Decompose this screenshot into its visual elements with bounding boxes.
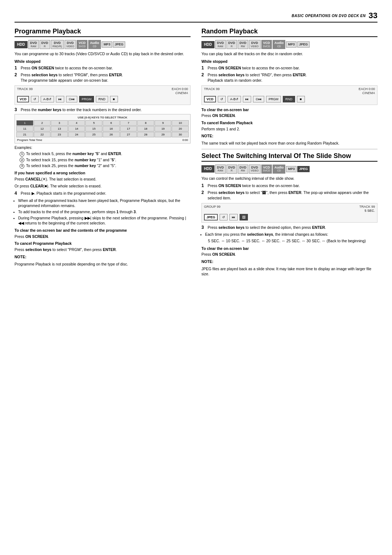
ss-repeat-btn[interactable]: ↺: [220, 214, 228, 220]
fmt-vcd-svcd: VCDSVCD: [77, 40, 87, 49]
track-cell-13[interactable]: 13: [51, 126, 68, 131]
track-cell-1[interactable]: 1: [16, 120, 33, 126]
track-cell-3[interactable]: 3: [51, 120, 68, 126]
clear-header: To clear the on-screen bar and the conte…: [15, 228, 191, 233]
rnd-fmt-dvd-ram: DVDRAM: [215, 40, 226, 49]
track-cell-22[interactable]: 22: [34, 132, 51, 137]
track-cell-15[interactable]: 15: [85, 126, 102, 131]
step-4: 4 Press ▶. Playback starts in the progra…: [15, 191, 191, 197]
step-1-num: 1: [15, 65, 20, 71]
random-intro: You can play back all the tracks on the …: [201, 51, 377, 57]
track-cell-17[interactable]: 17: [120, 126, 137, 131]
slideshow-bullets: Each time you press the selection keys, …: [205, 232, 377, 237]
track-cell-30[interactable]: 30: [172, 132, 189, 137]
enter-btn[interactable]: ⊙⏭: [66, 96, 77, 102]
divider: [201, 149, 377, 149]
slideshow-step-2: 2 Press selection keys to select "🖼", th…: [201, 190, 377, 200]
ss-step-3-text: Press selection keys to select the desir…: [208, 225, 377, 230]
track-cell-11[interactable]: 11: [16, 126, 33, 131]
onscreen-bar-random: TRACK 99 EACH 0:00 CINEMA VCD ↺ A-B↺ ⏭ ⊙…: [201, 85, 377, 105]
fmt-dvd-video: DVDVIDEO: [65, 40, 76, 49]
example-1: 1 To select track 5, press the number ke…: [20, 151, 191, 157]
random-step-1: 1 Press ON SCREEN twice to access the on…: [201, 65, 377, 71]
track-cell-24[interactable]: 24: [68, 132, 85, 137]
ss-interval-btn[interactable]: 🖼: [240, 214, 248, 220]
random-skip-btn[interactable]: ⏭: [243, 96, 251, 102]
jpeg-badge: JPEG: [204, 214, 218, 220]
rnd-fmt-vcd: VCDSVCD: [261, 40, 272, 49]
slideshow-step-3: 3 Press selection keys to select the des…: [201, 225, 377, 231]
track-cell-8[interactable]: 8: [137, 120, 154, 126]
track-cell-2[interactable]: 2: [34, 120, 51, 126]
repeat-btn[interactable]: ↺: [31, 96, 39, 102]
track-cell-28[interactable]: 28: [137, 132, 154, 137]
track-cell-7[interactable]: 7: [120, 120, 137, 126]
interval-group-label: GROUP 99: [204, 205, 220, 208]
prgm-btn[interactable]: PRGM: [79, 96, 94, 102]
cinema-label: CINEMA: [15, 91, 190, 95]
random-note-text: The same track will not be played back m…: [201, 141, 377, 146]
interval-sec-label: 5 SEC.: [202, 209, 377, 212]
track-cell-19[interactable]: 19: [155, 126, 172, 131]
random-stop-btn[interactable]: ■: [297, 96, 305, 102]
track-cell-10[interactable]: 10: [172, 120, 189, 126]
track-cell-21[interactable]: 21: [16, 132, 33, 137]
interval-bar-top: GROUP 99 TRACK 99: [202, 204, 377, 209]
wrong-2: Or press CLEAR(■). The whole selection i…: [15, 183, 191, 189]
fmt-dvd-r: DVDR: [40, 40, 50, 49]
track-cell-20[interactable]: 20: [172, 126, 189, 131]
two-column-layout: Programme Playback HDD DVDRAM DVDR DVDRW…: [15, 28, 377, 279]
track-cell-27[interactable]: 27: [120, 132, 137, 137]
interval-bar: GROUP 99 TRACK 99 5 SEC. JPEG ↺ ⏭ 🖼: [201, 203, 377, 223]
note-label-programme: NOTE:: [15, 254, 191, 260]
rnd-btn[interactable]: RND: [96, 96, 108, 102]
random-ab-btn[interactable]: A-B↺: [228, 96, 241, 102]
programme-bullets: When all of the programmed tracks have b…: [18, 198, 191, 226]
ss-fmt-mp3: MP3: [286, 166, 297, 172]
random-enter-btn[interactable]: ⊙⏭: [253, 96, 264, 102]
step-3: 3 Press the number keys to enter the tra…: [15, 107, 191, 113]
random-clear-header: To clear the on-screen bar: [201, 107, 377, 113]
cancel-programme-header: To cancel Programme Playback: [15, 241, 191, 246]
programme-intro: You can programme up to 30 tracks (Video…: [15, 51, 191, 57]
ss-step-2-num: 2: [201, 190, 207, 196]
skip-btn[interactable]: ⏭: [56, 96, 64, 102]
track-cell-26[interactable]: 26: [103, 132, 120, 137]
random-cancel-header: To cancel Random Playback: [201, 120, 377, 126]
track-cell-14[interactable]: 14: [68, 126, 85, 131]
track-cell-12[interactable]: 12: [34, 126, 51, 131]
step-4-num: 4: [15, 191, 20, 197]
track-cell-6[interactable]: 6: [103, 120, 120, 126]
example-1-num: 1: [20, 152, 24, 157]
track-grid: 1 2 3 4 5 6 7 8 9 10 11 12 13 14 15 16 1…: [16, 120, 189, 137]
track-cell-18[interactable]: 18: [137, 126, 154, 131]
example-3-num: 3: [20, 164, 24, 169]
rnd-fmt-dvd-r: DVDR: [226, 40, 237, 49]
random-vcd-badge: VCD: [204, 96, 216, 102]
ss-fmt-dvd-ram: DVDRAM: [215, 165, 226, 174]
step-1-text: Press ON SCREEN twice to access the on-s…: [21, 65, 191, 71]
random-rnd-btn[interactable]: RND: [283, 96, 295, 102]
track-cell-25[interactable]: 25: [85, 132, 102, 137]
ss-fmt-dvd-video: DVDVIDEO: [249, 165, 261, 174]
ss-fmt-audio-cd: AudioCD: [273, 165, 286, 174]
random-prgm-btn[interactable]: PRGM: [266, 96, 281, 102]
track-cell-5[interactable]: 5: [85, 120, 102, 126]
track-cell-29[interactable]: 29: [155, 132, 172, 137]
ss-step-1-text: Press ON SCREEN twice to access the on-s…: [208, 183, 377, 189]
ab-repeat-btn[interactable]: A-B↺: [41, 96, 54, 102]
ss-fmt-hdd: HDD: [201, 165, 215, 173]
slideshow-title: Select The Switching Interval Of The Sli…: [201, 152, 377, 162]
ss-skip-btn[interactable]: ⏭: [229, 214, 238, 220]
slideshow-intro: You can control the switching interval o…: [201, 176, 377, 181]
track-cell-9[interactable]: 9: [155, 120, 172, 126]
program-total-time-value: 0:00: [182, 138, 188, 142]
track-cell-4[interactable]: 4: [68, 120, 85, 126]
track-cell-23[interactable]: 23: [51, 132, 68, 137]
step-1: 1 Press ON SCREEN twice to access the on…: [15, 65, 191, 71]
random-repeat-btn[interactable]: ↺: [218, 96, 226, 102]
random-step-1-text: Press ON SCREEN twice to access the on-s…: [208, 65, 377, 71]
track-cell-16[interactable]: 16: [103, 126, 120, 131]
stop-btn[interactable]: ■: [110, 96, 118, 102]
bullet-1: When all of the programmed tracks have b…: [18, 198, 191, 208]
